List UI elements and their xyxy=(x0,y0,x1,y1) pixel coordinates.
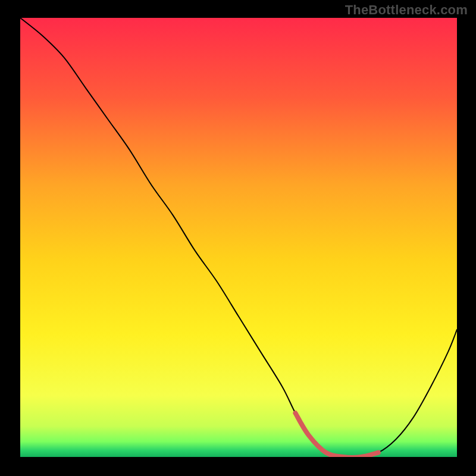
watermark-text: TheBottleneck.com xyxy=(345,2,468,18)
gradient-background xyxy=(20,18,457,457)
bottleneck-chart xyxy=(20,18,457,457)
plot-area xyxy=(20,18,457,457)
chart-frame: TheBottleneck.com xyxy=(0,0,476,476)
